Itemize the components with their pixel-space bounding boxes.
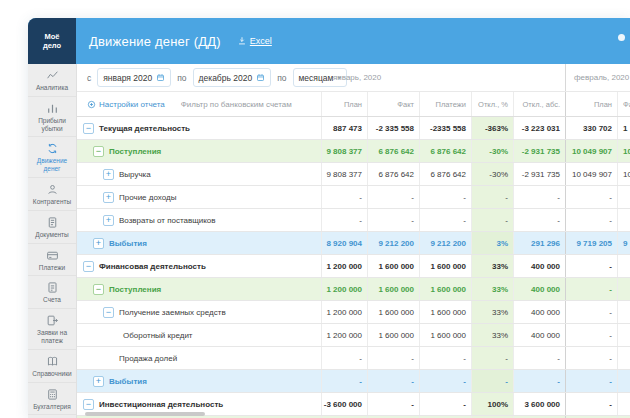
value-cell: 1 200 000 [321,278,367,300]
row-label-cell: −Поступления [77,278,321,300]
date-to-picker[interactable]: декабрь 2020 [193,68,272,87]
value-cell: - [471,370,513,392]
value-cell: - [565,324,617,346]
value-cell: - [419,209,471,231]
value-cell: 1 200 000 [321,324,367,346]
value-cell: 400 000 [513,301,565,323]
sidebar-item-label: Контрагенты [33,198,71,206]
report-main-area: с января 2020 по декабрь 2020 по месяцам… [77,64,630,418]
value-cell: 887 473 [321,117,367,139]
sidebar-item-documents[interactable]: Документы [28,211,76,244]
row-label: Финансовая деятельность [99,262,206,271]
value-cell: - [565,255,617,277]
logo-line-2: дело [43,41,61,50]
sidebar-item-profit-loss[interactable]: Прибыли убытки [28,97,76,138]
expand-toggle-icon[interactable]: + [103,215,114,226]
value-cell: -2335 558 [419,117,471,139]
value-cell: -2 931 735 [513,140,565,162]
column-header: План [565,92,617,116]
row-label: Оборотный кредит [123,331,193,340]
sidebar-item-payment-requests[interactable]: Заявки на платеж [28,309,76,350]
table-row: −Поступления1 200 0001 600 0001 600 0003… [77,278,630,301]
collapse-toggle-icon[interactable]: − [83,261,94,272]
value-cell [617,209,630,231]
expand-toggle-icon[interactable]: + [103,192,114,203]
calendar-icon [256,73,265,82]
row-label-cell: +Прочие доходы [77,186,321,208]
row-label: Продажа долей [119,354,177,363]
sidebar-item-payments[interactable]: Платежи [28,244,76,277]
value-cell: 1 200 000 [321,301,367,323]
value-cell: 10 [617,140,630,162]
value-cell: - [565,301,617,323]
value-cell: 6 876 642 [367,140,419,162]
date-from-picker[interactable]: января 2020 [97,68,171,87]
sidebar-item-invoices[interactable]: Счета [28,276,76,309]
value-cell: - [321,347,367,369]
cash-flow-icon [46,142,59,155]
app-logo[interactable]: Моё дело [28,18,76,64]
value-cell: - [565,347,617,369]
value-cell: 1 [617,117,630,139]
collapse-toggle-icon[interactable]: − [93,284,104,295]
value-cell: 400 000 [513,255,565,277]
sidebar-item-counterparties[interactable]: Контрагенты [28,178,76,211]
sidebar-item-directories[interactable]: Справочники [28,350,76,383]
value-cell: 8 920 904 [321,232,367,254]
table-row: Продажа долей------ [77,347,630,370]
value-cell: 9 808 377 [321,140,367,162]
directories-icon [46,355,59,368]
bank-filter-link[interactable]: Фильтр по банковским счетам [181,100,292,109]
value-cell: - [471,186,513,208]
value-cell: 1 600 000 [367,301,419,323]
value-cell: - [367,370,419,392]
value-cell: - [513,209,565,231]
expand-toggle-icon[interactable]: + [93,238,104,249]
value-cell: - [565,278,617,300]
value-cell: 6 876 642 [367,163,419,185]
collapse-toggle-icon[interactable]: − [103,307,114,318]
date-from-label: с [87,73,91,83]
documents-icon [46,216,59,229]
value-cell: 10 [617,163,630,185]
expand-toggle-icon[interactable]: + [93,376,104,387]
report-settings-label: Настройки отчета [99,100,165,109]
row-label-cell: Продажа долей [77,347,321,369]
value-cell [617,278,630,300]
horizontal-scrollbar[interactable] [85,412,205,416]
value-cell: -30% [471,140,513,162]
table-body: −Текущая деятельность887 473-2 335 558-2… [77,117,630,418]
value-cell: -2 931 735 [513,163,565,185]
collapse-toggle-icon[interactable]: − [83,123,94,134]
value-cell: -363% [471,117,513,139]
value-cell: 33% [471,278,513,300]
value-cell: - [367,347,419,369]
value-cell: - [471,347,513,369]
value-cell [617,347,630,369]
collapse-toggle-icon[interactable]: − [83,399,94,410]
column-header-row: Настройки отчета Фильтр по банковским сч… [77,92,630,117]
sidebar-item-analytics[interactable]: Аналитика [28,64,76,97]
report-toolbar: Настройки отчета Фильтр по банковским сч… [77,92,321,116]
app-window: Моё дело Движение денег (ДД) Excel Анали… [28,18,630,418]
sidebar-item-accounting[interactable]: Бухгалтерия [28,383,76,416]
value-cell: 10 049 907 [565,140,617,162]
value-cell: 10 049 907 [565,163,617,185]
collapse-toggle-icon[interactable]: − [93,146,104,157]
excel-export-button[interactable]: Excel [237,36,272,46]
row-label: Текущая деятельность [99,124,190,133]
table-row: +Прочие доходы------ [77,186,630,209]
sidebar-item-cash-flow[interactable]: Движение денег [28,137,76,178]
sidebar-item-label: Документы [35,231,69,239]
toggle-spacer [107,330,118,341]
plus-circle-icon [87,100,96,109]
table-row: −Получение заемных средств1 200 0001 600… [77,301,630,324]
row-label-cell: +Выручка [77,163,321,185]
value-cell: 3 600 000 [513,393,565,415]
value-cell: - [321,209,367,231]
value-cell: -3 223 031 [513,117,565,139]
value-cell: - [565,209,617,231]
row-label: Поступления [109,147,161,156]
expand-toggle-icon[interactable]: + [103,169,114,180]
report-settings-link[interactable]: Настройки отчета [87,100,165,109]
